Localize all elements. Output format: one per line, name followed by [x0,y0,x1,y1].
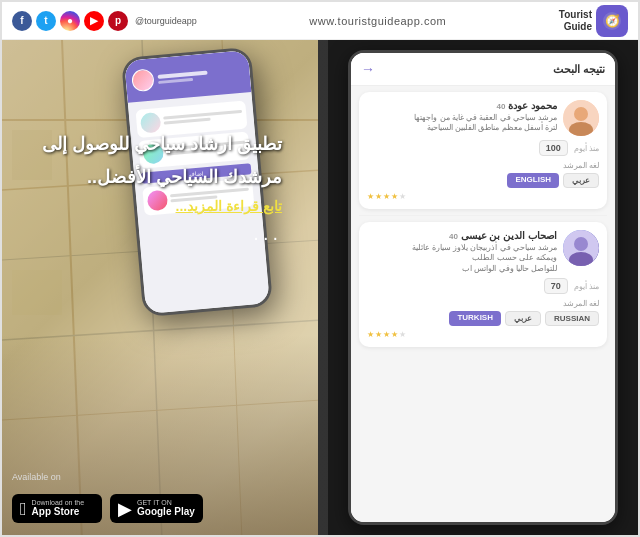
star-1-2: ★ [375,192,382,201]
right-panel: → نتيجه البحث محم [328,40,638,535]
svg-point-16 [574,107,588,121]
phone-sub-line [158,77,193,83]
brand-name: TouristGuide [559,9,592,33]
instagram-icon[interactable]: ● [60,11,80,31]
card-1-score-row: منذ أيوم 100 [367,140,599,156]
result-1-avatar [563,100,599,136]
phone-card-lines-1 [163,110,243,127]
star-2-2: ★ [375,330,382,339]
youtube-icon[interactable]: ▶ [84,11,104,31]
phone-name-line [157,70,207,78]
star-2-1: ★ [367,330,374,339]
lang-btn-english-1[interactable]: ENGLISH [507,173,559,188]
play-icon: ▶ [118,500,132,518]
divider [359,215,607,216]
result-2-stars: ★ ★ ★ ★ ★ [367,330,599,339]
social-handle: @tourguideapp [135,16,197,26]
google-play-text: GET IT ON Google Play [137,499,195,518]
result-1-lang-buttons: عربي ENGLISH [367,173,599,188]
card-1-top: محمود عودة 40 مرشد سياحي في العقبة في غا… [367,100,599,136]
social-icons: f t ● ▶ p [12,11,128,31]
right-phone-mockup: → نتيجه البحث محم [348,50,618,525]
result-1-lang-label: لغه المرشد [367,161,599,170]
star-2-5: ★ [399,330,406,339]
star-2-4: ★ [391,330,398,339]
main-container: f t ● ▶ p @tourguideapp www.touristguide… [0,0,640,537]
result-1-time: منذ أيوم [574,144,599,153]
result-2-lang-label: لغه المرشد [367,299,599,308]
arabic-sub-text: تابع قراءة المزيد... [12,198,282,214]
lang-btn-turkish[interactable]: TURKISH [449,311,501,326]
star-1-1: ★ [367,192,374,201]
available-text: Available on [12,472,203,482]
brand-icon: 🧭 [596,5,628,37]
app-search-header: → نتيجه البحث [351,53,615,86]
app-search-title: نتيجه البحث [553,63,605,76]
pinterest-icon[interactable]: p [108,11,128,31]
top-bar: f t ● ▶ p @tourguideapp www.touristguide… [2,2,638,40]
apple-icon:  [20,500,27,518]
card-2-top: اصحاب الدين بن عيسى 40 مرشد سياحي في أذر… [367,230,599,274]
star-1-3: ★ [383,192,390,201]
search-arrow-icon[interactable]: → [361,61,375,77]
star-2-3: ★ [383,330,390,339]
result-2-name: اصحاب الدين بن عيسى 40 [367,230,557,241]
star-1-5: ★ [399,192,406,201]
result-2-desc: مرشد سياحي في أذربيجان يلاوز سيارة عائلي… [367,243,557,274]
result-2-avatar [563,230,599,266]
google-play-button[interactable]: ▶ GET IT ON Google Play [110,494,203,523]
star-1-4: ★ [391,192,398,201]
svg-point-19 [574,237,588,251]
result-2-lang-buttons: RUSSIAN عربي TURKISH [367,311,599,326]
result-1-score: 100 [539,140,568,156]
store-btns-row:  Download on the App Store ▶ GET IT ON … [12,494,203,523]
facebook-icon[interactable]: f [12,11,32,31]
twitter-icon[interactable]: t [36,11,56,31]
result-2-score: 70 [544,278,568,294]
svg-text:🧭: 🧭 [605,13,620,28]
phone-avatar [131,68,155,92]
app-ui: → نتيجه البحث محم [351,53,615,522]
phone-card-avatar-1 [140,112,162,134]
arabic-text-area: تطبيق ارشاد سياحي للوصول إلى مرشدك السيا… [12,132,282,245]
arabic-main-text-1: تطبيق ارشاد سياحي للوصول إلى [12,132,282,157]
result-2-time: منذ أيوم [574,282,599,291]
app-store-button[interactable]:  Download on the App Store [12,494,102,523]
app-store-text: Download on the App Store [32,499,85,518]
result-card-1: محمود عودة 40 مرشد سياحي في العقبة في غا… [359,92,607,209]
google-play-large: Google Play [137,506,195,518]
result-1-desc: مرشد سياحي في العقبة في غاية من واجهتهال… [367,113,557,134]
website-url: www.touristguideapp.com [309,15,446,27]
app-store-small: Download on the [32,499,85,506]
result-2-info: اصحاب الدين بن عيسى 40 مرشد سياحي في أذر… [367,230,557,274]
brand-logo: TouristGuide 🧭 [559,5,628,37]
arabic-main-text-2: مرشدك السياحي الأفضل.. [12,165,282,190]
result-1-name: محمود عودة 40 [367,100,557,111]
result-2-lang-section: لغه المرشد RUSSIAN عربي TURKISH [367,299,599,326]
lang-btn-arabic-1[interactable]: عربي [563,173,599,188]
dots: ... [12,222,282,245]
lang-btn-russian[interactable]: RUSSIAN [545,311,599,326]
google-play-small: GET IT ON [137,499,195,506]
card-2-score-row: منذ أيوم 70 [367,278,599,294]
result-1-info: محمود عودة 40 مرشد سياحي في العقبة في غا… [367,100,557,134]
phone-app-header [124,50,251,103]
result-card-2: اصحاب الدين بن عيسى 40 مرشد سياحي في أذر… [359,222,607,347]
app-store-large: App Store [32,506,85,518]
store-buttons: Available on  Download on the App Store… [12,472,203,523]
result-1-stars: ★ ★ ★ ★ ★ [367,192,599,201]
lang-btn-arabic-2[interactable]: عربي [505,311,541,326]
phone-name-block [157,67,243,83]
svg-rect-14 [12,270,62,315]
result-1-lang-section: لغه المرشد عربي ENGLISH [367,161,599,188]
